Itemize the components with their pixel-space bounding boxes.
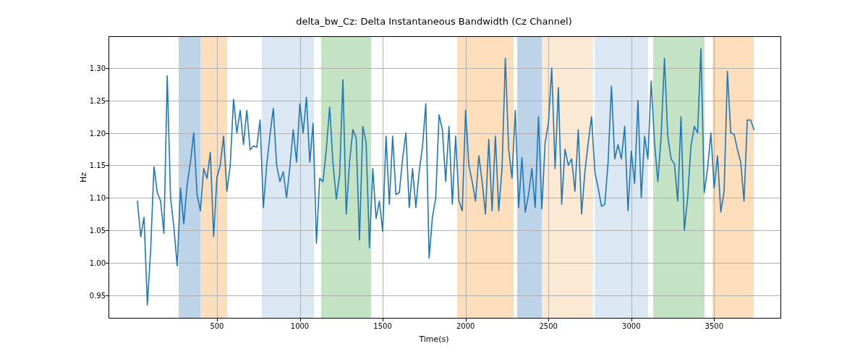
x-tick-label: 500 (210, 322, 224, 330)
figure: delta_bw_Cz: Delta Instantaneous Bandwid… (0, 0, 868, 362)
y-tick-label: 1.25 (62, 96, 106, 104)
line-plot (109, 37, 780, 318)
chart-title: delta_bw_Cz: Delta Instantaneous Bandwid… (0, 16, 868, 27)
tick-mark (106, 68, 109, 69)
y-tick-label: 1.30 (62, 64, 106, 72)
y-tick-label: 0.95 (62, 291, 106, 299)
x-tick-label: 2500 (539, 322, 557, 330)
tick-mark (300, 319, 301, 321)
tick-mark (714, 319, 715, 321)
x-tick-label: 3000 (622, 322, 640, 330)
tick-mark (466, 319, 467, 321)
x-axis-label: Time(s) (0, 334, 868, 344)
y-tick-label: 1.20 (62, 129, 106, 137)
y-tick-label: 1.10 (62, 194, 106, 202)
tick-mark (548, 319, 549, 321)
y-tick-label: 1.05 (62, 227, 106, 235)
tick-mark (106, 165, 109, 166)
tick-mark (383, 319, 383, 321)
y-axis-label: Hz (79, 172, 88, 182)
tick-mark (631, 319, 632, 321)
y-tick-label: 1.15 (62, 161, 106, 169)
tick-mark (106, 133, 109, 134)
x-tick-label: 1500 (373, 322, 391, 330)
tick-mark (106, 230, 109, 231)
x-tick-label: 2000 (456, 322, 475, 330)
y-tick-label: 1.00 (62, 258, 106, 266)
tick-mark (106, 263, 109, 264)
tick-mark (217, 319, 218, 321)
tick-mark (106, 295, 109, 296)
tick-mark (106, 198, 109, 198)
axes-area (109, 36, 781, 319)
x-tick-label: 1000 (291, 322, 309, 330)
x-tick-label: 3500 (705, 322, 723, 330)
tick-mark (106, 101, 109, 101)
